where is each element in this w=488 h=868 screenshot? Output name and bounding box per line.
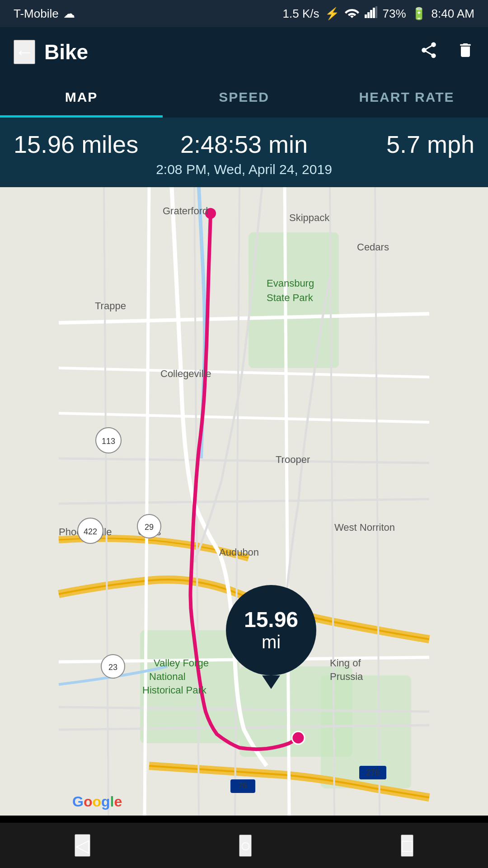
svg-text:Evansburg: Evansburg xyxy=(267,278,314,289)
bubble-unit: mi xyxy=(262,632,281,652)
map-container[interactable]: Graterford Skippack Cedars Trappe Evansb… xyxy=(0,187,488,816)
time-label: 8:40 AM xyxy=(432,7,474,21)
nav-recent-button[interactable]: □ xyxy=(401,835,413,857)
svg-text:State Park: State Park xyxy=(267,292,314,303)
svg-text:276: 276 xyxy=(366,768,380,777)
back-button[interactable]: ← xyxy=(14,40,35,64)
svg-text:29: 29 xyxy=(145,523,154,532)
stats-row: 15.96 miles 2:48:53 min 5.7 mph xyxy=(14,130,474,158)
tab-map[interactable]: MAP xyxy=(0,77,163,118)
svg-text:Historical Park: Historical Park xyxy=(142,684,207,696)
signal-icon xyxy=(365,6,377,21)
app-bar-right xyxy=(419,41,474,64)
app-bar-left: ← Bike xyxy=(14,40,88,64)
svg-text:Trappe: Trappe xyxy=(95,300,126,311)
delete-button[interactable] xyxy=(456,41,474,64)
svg-text:23: 23 xyxy=(108,663,117,672)
distance-bubble: 15.96 mi xyxy=(226,585,316,689)
svg-text:Audubon: Audubon xyxy=(219,547,259,558)
stat-datetime: 2:08 PM, Wed, April 24, 2019 xyxy=(14,162,474,177)
stat-speed: 5.7 mph xyxy=(321,130,474,158)
tab-bar: MAP SPEED HEART RATE xyxy=(0,77,488,118)
battery-icon: 🔋 xyxy=(412,7,426,21)
tab-speed[interactable]: SPEED xyxy=(163,77,325,118)
svg-text:Cedars: Cedars xyxy=(357,241,389,253)
cloud-icon: ☁ xyxy=(63,7,75,21)
svg-text:422: 422 xyxy=(84,527,97,536)
tab-heart-rate-label: HEART RATE xyxy=(359,90,454,105)
carrier-label: T-Mobile xyxy=(14,7,59,21)
wifi-icon xyxy=(345,6,359,21)
svg-rect-3 xyxy=(373,8,375,18)
tab-speed-label: SPEED xyxy=(219,90,269,105)
svg-text:Google: Google xyxy=(72,793,122,810)
svg-text:76: 76 xyxy=(238,781,247,790)
svg-text:Skippack: Skippack xyxy=(289,212,330,223)
bubble-distance: 15.96 xyxy=(244,608,298,632)
share-button[interactable] xyxy=(419,41,438,64)
status-bar: T-Mobile ☁ 1.5 K/s ⚡ 73% 🔋 8:40 AM xyxy=(0,0,488,27)
svg-text:Collegeville: Collegeville xyxy=(160,368,211,379)
svg-rect-0 xyxy=(365,14,367,18)
map-svg: Graterford Skippack Cedars Trappe Evansb… xyxy=(0,187,488,816)
svg-text:Prussia: Prussia xyxy=(330,671,363,682)
svg-text:Trooper: Trooper xyxy=(276,454,310,465)
svg-rect-1 xyxy=(367,12,370,18)
svg-rect-2 xyxy=(370,10,372,18)
stats-bar: 15.96 miles 2:48:53 min 5.7 mph 2:08 PM,… xyxy=(0,118,488,187)
stat-duration: 2:48:53 min xyxy=(167,130,321,158)
nav-back-button[interactable]: ◁ xyxy=(75,834,90,857)
bubble-tail xyxy=(262,675,280,689)
bottom-nav: ◁ ○ □ xyxy=(0,823,488,868)
bubble-circle: 15.96 mi xyxy=(226,585,316,675)
stat-distance: 15.96 miles xyxy=(14,130,167,158)
bluetooth-icon: ⚡ xyxy=(325,7,339,21)
network-speed: 1.5 K/s xyxy=(283,7,319,21)
route-end xyxy=(292,731,305,744)
status-left: T-Mobile ☁ xyxy=(14,7,75,21)
status-right: 1.5 K/s ⚡ 73% 🔋 8:40 AM xyxy=(283,6,474,21)
nav-home-button[interactable]: ○ xyxy=(239,835,252,857)
svg-text:Valley Forge: Valley Forge xyxy=(154,657,209,669)
svg-text:113: 113 xyxy=(102,437,115,446)
svg-text:West Norriton: West Norriton xyxy=(334,522,395,533)
tab-map-label: MAP xyxy=(65,90,98,105)
svg-text:Graterford: Graterford xyxy=(163,205,208,217)
page-title: Bike xyxy=(44,40,88,64)
app-bar: ← Bike xyxy=(0,27,488,77)
svg-text:King of: King of xyxy=(330,657,361,669)
svg-rect-4 xyxy=(375,6,377,18)
tab-heart-rate[interactable]: HEART RATE xyxy=(325,77,488,118)
battery-label: 73% xyxy=(383,7,406,21)
svg-text:National: National xyxy=(149,671,186,682)
